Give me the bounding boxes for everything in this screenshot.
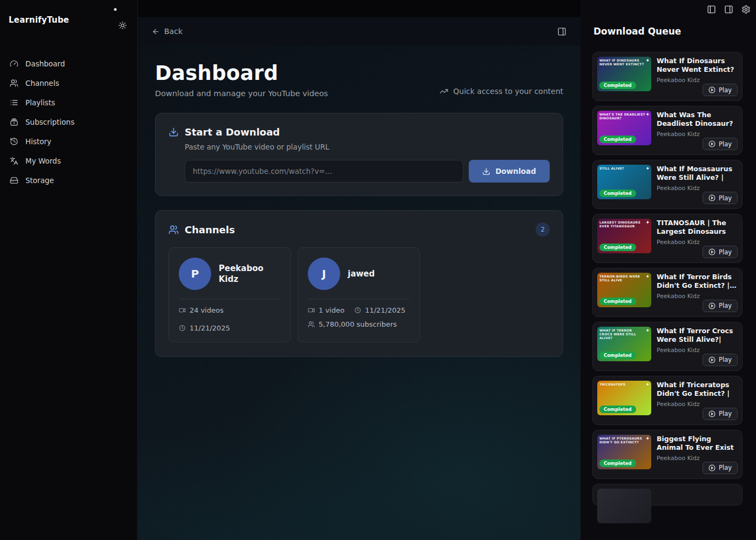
video-title: TITANOSAUR | The Largest Dinosaurs Ever … <box>657 219 738 237</box>
sidebar-item-subscriptions[interactable]: Subscriptions <box>0 112 137 132</box>
languages-icon <box>10 157 18 165</box>
panel-toggle-icon[interactable] <box>557 27 566 36</box>
video-thumbnail <box>597 489 651 523</box>
video-channel: Peekaboo Kidz <box>657 239 738 246</box>
queue-item[interactable]: Still Alive? ✦ Completed What If Mosasau… <box>592 160 742 209</box>
trending-up-icon <box>440 87 448 96</box>
play-button[interactable]: Play <box>703 300 738 312</box>
play-label: Play <box>719 86 732 94</box>
queue-item[interactable]: Largest Dinosaurs Ever Titanosaur ✦ Comp… <box>592 214 742 263</box>
top-strip <box>138 0 580 17</box>
circle-play-icon <box>708 302 716 309</box>
video-icon <box>179 307 186 314</box>
sidebar-item-label: History <box>25 137 51 146</box>
back-button[interactable]: Back <box>152 27 183 36</box>
play-label: Play <box>719 248 732 256</box>
video-thumbnail[interactable]: Triceratops ✦ Completed <box>597 381 651 415</box>
arrow-left-icon <box>152 28 160 36</box>
sparkle-icon: ✦ <box>645 328 650 333</box>
window-controls <box>707 5 751 14</box>
queue-item[interactable]: What's The Deadliest Dinosaur? ✦ Complet… <box>592 106 742 155</box>
url-input[interactable] <box>185 160 463 183</box>
channel-card-peekaboo-kidz[interactable]: P Peekaboo Kidz 24 videos 11/21/2025 <box>168 247 291 342</box>
queue-list[interactable]: What If Dinosaurs Never Went Extinct? ✦ … <box>592 52 742 540</box>
channel-name: jawed <box>348 268 375 279</box>
sparkle-icon: ✦ <box>645 220 650 225</box>
video-channel: Peekaboo Kidz <box>657 185 738 192</box>
sidebar-item-history[interactable]: History <box>0 132 137 151</box>
sidebar-item-label: Playlists <box>25 98 55 107</box>
queue-item[interactable]: What If Pterosaurs Didn't Go Extinct? ✦ … <box>592 430 742 479</box>
app-brand: LearnifyTube <box>9 15 69 25</box>
video-channel: Peekaboo Kidz <box>657 77 738 84</box>
sidebar-item-dashboard[interactable]: Dashboard <box>0 54 137 73</box>
queue-title: Download Queue <box>593 26 681 37</box>
video-thumbnail[interactable]: Largest Dinosaurs Ever Titanosaur ✦ Comp… <box>597 219 651 253</box>
sparkle-icon: ✦ <box>645 436 650 441</box>
sidebar-item-label: Dashboard <box>25 59 65 68</box>
video-thumbnail[interactable]: What's The Deadliest Dinosaur? ✦ Complet… <box>597 111 651 145</box>
play-button[interactable]: Play <box>703 408 738 420</box>
avatar-initial: J <box>322 267 326 280</box>
sidebar-item-playlists[interactable]: Playlists <box>0 93 137 112</box>
play-button[interactable]: Play <box>703 462 738 474</box>
thumbnail-caption: What If Pterosaurs Didn't Go Extinct? <box>599 436 646 444</box>
download-button[interactable]: Download <box>469 160 550 183</box>
sparkle-icon: ✦ <box>645 112 650 117</box>
channel-avatar: P <box>179 258 211 290</box>
list-icon <box>10 98 18 107</box>
sidebar-item-storage[interactable]: Storage <box>0 171 137 190</box>
thumbnail-caption: Still Alive? <box>599 166 646 170</box>
gauge-icon <box>10 59 18 68</box>
sparkle-icon: ✦ <box>645 166 650 171</box>
sidebar-item-my-words[interactable]: My Words <box>0 151 137 171</box>
main-area: Back Dashboard Download and manage your … <box>138 0 580 540</box>
status-badge: Completed <box>599 136 636 143</box>
queue-item-partial[interactable] <box>592 484 742 505</box>
sidebar-item-channels[interactable]: Channels <box>0 73 137 93</box>
queue-item[interactable]: Terror-Birds Were Still Alive ✦ Complete… <box>592 268 742 317</box>
video-thumbnail[interactable]: Terror-Birds Were Still Alive ✦ Complete… <box>597 273 651 307</box>
avatar-initial: P <box>191 267 199 280</box>
status-badge: Completed <box>599 352 636 359</box>
sparkle-icon: ✦ <box>645 58 650 63</box>
channels-title: Channels <box>185 224 235 235</box>
users-icon <box>168 225 179 235</box>
download-card-title: Start a Download <box>185 126 280 138</box>
channel-subscribers: 5,780,000 subscribers <box>319 320 397 328</box>
main-topbar: Back <box>138 17 580 45</box>
panel-left-icon[interactable] <box>707 5 716 14</box>
video-thumbnail[interactable]: What If Pterosaurs Didn't Go Extinct? ✦ … <box>597 435 651 469</box>
play-button[interactable]: Play <box>703 84 738 96</box>
video-thumbnail[interactable]: What If Terror Crocs Were Still Alive? ✦… <box>597 327 651 361</box>
queue-item[interactable]: What If Terror Crocs Were Still Alive? ✦… <box>592 322 742 371</box>
video-channel: Peekaboo Kidz <box>657 401 738 408</box>
download-icon <box>168 127 179 137</box>
settings-gear-icon[interactable] <box>741 5 751 14</box>
thumbnail-caption: What If Terror Crocs Were Still Alive? <box>599 328 646 340</box>
video-thumbnail[interactable]: What If Dinosaurs Never Went Extinct? ✦ … <box>597 57 651 91</box>
subscriptions-icon <box>10 118 18 126</box>
queue-item[interactable]: Triceratops ✦ Completed What if Tricerat… <box>592 376 742 425</box>
quick-access: Quick access to your content <box>440 87 563 98</box>
page-title: Dashboard <box>155 62 328 85</box>
page-subtitle: Download and manage your YouTube videos <box>155 89 328 98</box>
sidebar-item-label: Storage <box>25 176 54 185</box>
status-badge: Completed <box>599 244 636 251</box>
theme-toggle-sun-icon[interactable] <box>118 21 127 30</box>
play-button[interactable]: Play <box>703 138 738 150</box>
video-title: What If Mosasaurus Were Still Alive? | G… <box>657 165 738 183</box>
sparkle-icon: ✦ <box>645 274 650 279</box>
play-button[interactable]: Play <box>703 354 738 366</box>
video-title: What If Terror Birds Didn't Go Extinct? … <box>657 273 738 291</box>
play-button[interactable]: Play <box>703 246 738 258</box>
download-icon <box>482 167 490 176</box>
clock-icon <box>179 325 186 332</box>
panel-right-icon[interactable] <box>724 5 733 14</box>
divider <box>179 299 281 299</box>
queue-item[interactable]: What If Dinosaurs Never Went Extinct? ✦ … <box>592 52 742 101</box>
play-button[interactable]: Play <box>703 192 738 204</box>
video-thumbnail[interactable]: Still Alive? ✦ Completed <box>597 165 651 199</box>
channel-card-jawed[interactable]: J jawed 1 video 11/21/2025 5,780,000 sub… <box>298 247 420 342</box>
play-label: Play <box>719 410 732 417</box>
